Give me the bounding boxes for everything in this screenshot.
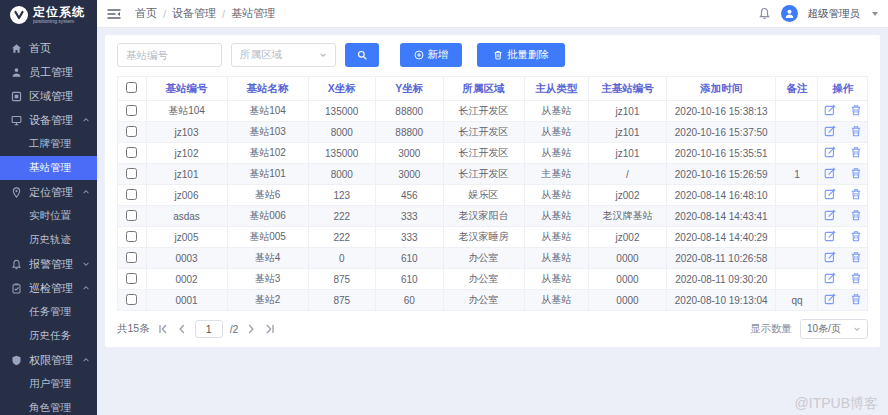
delete-icon[interactable] [850, 209, 862, 221]
cell-operations [818, 206, 868, 227]
bell-icon[interactable] [758, 7, 771, 20]
sidebar-item-device-mgmt[interactable]: 设备管理 [0, 108, 97, 132]
area-icon [11, 91, 22, 102]
last-page-button[interactable] [264, 323, 276, 335]
cell-y: 3000 [376, 164, 444, 185]
sidebar-item-label: 历史任务 [29, 329, 71, 343]
app-title: 定位系统 [33, 6, 85, 18]
search-button[interactable] [345, 43, 379, 67]
delete-icon[interactable] [850, 272, 862, 284]
row-checkbox[interactable] [126, 105, 137, 116]
row-select-cell [118, 122, 147, 143]
edit-icon[interactable] [824, 146, 836, 158]
delete-icon[interactable] [850, 188, 862, 200]
delete-icon[interactable] [850, 167, 862, 179]
select-all-checkbox[interactable] [126, 82, 137, 93]
delete-icon[interactable] [850, 293, 862, 305]
sidebar-item-station-mgmt[interactable]: 基站管理 [0, 156, 97, 180]
sidebar-item-badge-mgmt[interactable]: 工牌管理 [0, 132, 97, 156]
page-size-select[interactable]: 10条/页 [800, 319, 868, 339]
sidebar-item-permission-mgmt[interactable]: 权限管理 [0, 348, 97, 372]
page-number-input[interactable] [195, 320, 223, 338]
cell-time: 2020-10-16 15:35:51 [666, 143, 776, 164]
edit-icon[interactable] [824, 104, 836, 116]
breadcrumb-item[interactable]: 设备管理 [172, 6, 216, 21]
prev-page-button[interactable] [176, 323, 188, 335]
row-checkbox[interactable] [126, 294, 137, 305]
delete-icon[interactable] [850, 230, 862, 242]
first-page-button[interactable] [157, 323, 169, 335]
sidebar-item-area-mgmt[interactable]: 区域管理 [0, 84, 97, 108]
row-checkbox[interactable] [126, 189, 137, 200]
cell-name: 基站6 [227, 185, 308, 206]
row-checkbox[interactable] [126, 273, 137, 284]
app-logo-text: 定位系统 positioning system [33, 6, 85, 24]
row-checkbox[interactable] [126, 231, 137, 242]
cell-no: 基站104 [146, 101, 227, 122]
delete-icon[interactable] [850, 125, 862, 137]
row-checkbox[interactable] [126, 210, 137, 221]
topbar: 首页/设备管理/基站管理 超级管理员 [97, 0, 888, 28]
edit-icon[interactable] [824, 251, 836, 263]
row-checkbox[interactable] [126, 147, 137, 158]
edit-icon[interactable] [824, 230, 836, 242]
edit-icon[interactable] [824, 188, 836, 200]
station-no-input[interactable] [117, 43, 222, 67]
cell-no: 0003 [146, 248, 227, 269]
cell-no: 0001 [146, 290, 227, 311]
sidebar-item-alarm-mgmt[interactable]: 报警管理 [0, 252, 97, 276]
edit-icon[interactable] [824, 167, 836, 179]
station-card: 所属区域 新增 批量删除 [105, 35, 880, 347]
edit-icon[interactable] [824, 293, 836, 305]
cell-y: 610 [376, 269, 444, 290]
cell-x: 8000 [308, 164, 376, 185]
sidebar-item-location-mgmt[interactable]: 定位管理 [0, 180, 97, 204]
cell-time: 2020-08-14 14:40:29 [666, 227, 776, 248]
sidebar-item-history-track[interactable]: 历史轨迹 [0, 228, 97, 252]
cell-region: 长江开发区 [443, 101, 524, 122]
cell-region: 办公室 [443, 290, 524, 311]
row-checkbox[interactable] [126, 252, 137, 263]
cell-y: 610 [376, 248, 444, 269]
sidebar-item-realtime-location[interactable]: 实时位置 [0, 204, 97, 228]
edit-icon[interactable] [824, 125, 836, 137]
sidebar-item-role-mgmt[interactable]: 角色管理 [0, 396, 97, 415]
region-select[interactable]: 所属区域 [231, 43, 336, 67]
delete-icon[interactable] [850, 146, 862, 158]
cell-no: asdas [146, 206, 227, 227]
cell-operations [818, 143, 868, 164]
avatar[interactable] [781, 5, 798, 22]
column-header: 基站名称 [227, 77, 308, 101]
add-button[interactable]: 新增 [400, 43, 462, 67]
cell-time: 2020-08-11 10:26:58 [666, 248, 776, 269]
cell-time: 2020-08-14 14:43:41 [666, 206, 776, 227]
cell-y: 333 [376, 206, 444, 227]
chevron-up-icon [82, 188, 90, 196]
row-checkbox[interactable] [126, 126, 137, 137]
sidebar-item-inspection-mgmt[interactable]: 巡检管理 [0, 276, 97, 300]
breadcrumb-item[interactable]: 首页 [135, 6, 157, 21]
sidebar-item-history-task[interactable]: 历史任务 [0, 324, 97, 348]
delete-icon[interactable] [850, 251, 862, 263]
menu-collapse-icon[interactable] [107, 8, 121, 20]
employee-icon [11, 67, 22, 78]
edit-icon[interactable] [824, 209, 836, 221]
plus-circle-icon [414, 50, 424, 60]
cell-master: jz101 [589, 122, 667, 143]
column-header: 添加时间 [666, 77, 776, 101]
batch-delete-button[interactable]: 批量删除 [477, 43, 565, 67]
edit-icon[interactable] [824, 272, 836, 284]
next-page-button[interactable] [245, 323, 257, 335]
user-dropdown-caret-icon[interactable] [872, 12, 878, 16]
sidebar-item-employee-mgmt[interactable]: 员工管理 [0, 60, 97, 84]
user-name[interactable]: 超级管理员 [808, 7, 861, 21]
cell-master: 0000 [589, 269, 667, 290]
sidebar-item-home[interactable]: 首页 [0, 36, 97, 60]
delete-icon[interactable] [850, 104, 862, 116]
sidebar-item-task-mgmt[interactable]: 任务管理 [0, 300, 97, 324]
cell-name: 基站3 [227, 269, 308, 290]
table-row: jz101基站10180003000长江开发区主基站/2020-10-16 15… [118, 164, 868, 185]
row-checkbox[interactable] [126, 168, 137, 179]
cell-y: 60 [376, 290, 444, 311]
sidebar-item-user-mgmt[interactable]: 用户管理 [0, 372, 97, 396]
